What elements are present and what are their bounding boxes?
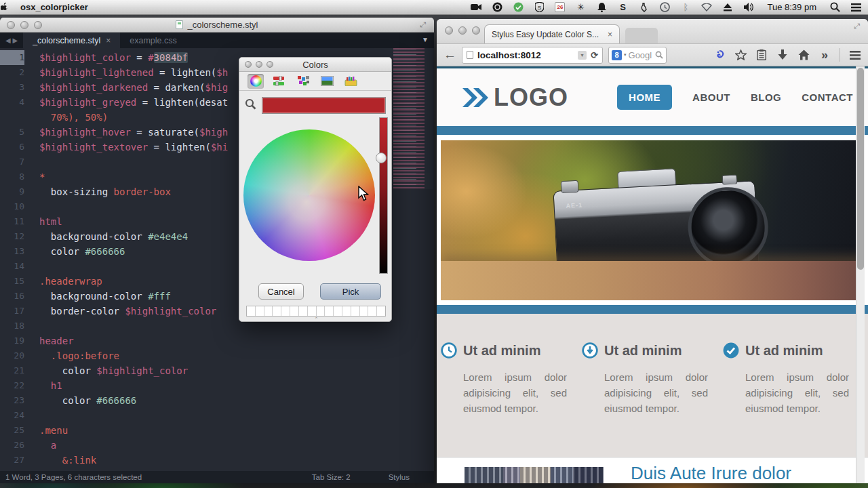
reload-icon[interactable]: ⟳: [591, 50, 598, 60]
editor-window-controls[interactable]: [7, 21, 42, 29]
code-line[interactable]: 20 .logo:before: [0, 348, 434, 363]
status-tab-size[interactable]: Tab Size: 2: [312, 473, 351, 481]
browser-window-controls[interactable]: [445, 26, 480, 35]
picker-window-controls[interactable]: [245, 61, 273, 68]
tab-example-css[interactable]: example.css: [120, 33, 186, 48]
menubar-clock[interactable]: Tue 8:39 pm: [767, 2, 816, 12]
zoom-window-button[interactable]: [34, 21, 42, 29]
menu-hamburger-icon[interactable]: [849, 49, 861, 61]
browser-tab[interactable]: Stylus Easy Update Color S... ×: [484, 24, 620, 43]
s-status-icon[interactable]: S: [617, 2, 628, 13]
site-logo[interactable]: LOGO: [461, 83, 568, 112]
swatch-cell[interactable]: [299, 306, 308, 316]
bookmark-dropdown-icon[interactable]: ▾: [578, 51, 587, 60]
swatch-cell[interactable]: [325, 306, 334, 316]
close-window-button[interactable]: [245, 61, 252, 68]
code-line[interactable]: 22 h1: [0, 378, 434, 393]
swatch-cell[interactable]: [256, 306, 264, 316]
swatch-cell[interactable]: [351, 306, 360, 316]
minimize-window-button[interactable]: [256, 61, 262, 68]
home-icon[interactable]: [797, 49, 810, 61]
close-window-button[interactable]: [7, 21, 15, 29]
code-line[interactable]: 24: [0, 408, 434, 423]
bookmark-star-icon[interactable]: [734, 49, 747, 61]
downloads-icon[interactable]: [776, 49, 789, 61]
tab-close-icon[interactable]: ×: [608, 30, 612, 39]
minimize-window-button[interactable]: [20, 21, 28, 29]
zoom-window-button[interactable]: [472, 26, 480, 35]
code-line[interactable]: 27 &:link: [0, 453, 434, 468]
pick-button[interactable]: Pick: [320, 283, 381, 300]
swatch-cell[interactable]: [290, 306, 299, 316]
time-machine-icon[interactable]: [659, 2, 670, 13]
tab-close-icon[interactable]: ×: [106, 36, 111, 45]
swatch-cell[interactable]: [264, 306, 273, 316]
wifi-icon[interactable]: [701, 2, 712, 13]
code-line[interactable]: 26 a: [0, 438, 434, 453]
tab-colorscheme[interactable]: _colorscheme.styl ×: [23, 33, 120, 48]
zoom-window-button[interactable]: [267, 61, 273, 68]
swatch-drawer-handle[interactable]: ⌃: [313, 318, 319, 321]
color-wheel[interactable]: [243, 129, 375, 261]
cancel-button[interactable]: Cancel: [258, 283, 304, 300]
editor-titlebar[interactable]: _colorscheme.styl ⤢: [0, 18, 434, 33]
bookmarks-sidebar-icon[interactable]: [755, 49, 768, 61]
code-line[interactable]: 25.menu: [0, 423, 434, 438]
swatch-cell[interactable]: [281, 306, 290, 316]
nav-contact[interactable]: CONTACT: [802, 92, 853, 103]
scrollbar-thumb[interactable]: [857, 68, 864, 270]
swatch-cell[interactable]: [342, 306, 351, 316]
bluetooth-icon[interactable]: ᛒ: [680, 2, 691, 13]
resize-icon[interactable]: ⤢: [854, 22, 863, 30]
dropbox-icon[interactable]: [513, 2, 524, 13]
back-button[interactable]: ←: [443, 47, 456, 62]
palettes-tab[interactable]: [295, 74, 311, 89]
swatch-cell[interactable]: [334, 306, 342, 316]
nav-blog[interactable]: BLOG: [751, 92, 781, 103]
new-tab-stub[interactable]: [625, 28, 658, 43]
engine-dropdown-caret[interactable]: ▾: [624, 52, 627, 58]
current-color-well[interactable]: [262, 97, 386, 114]
brightness-slider[interactable]: [379, 117, 388, 274]
apple-menu-icon[interactable]: [0, 2, 11, 13]
nav-home[interactable]: HOME: [617, 85, 672, 110]
swatch-cell[interactable]: [317, 306, 326, 316]
swatch-cell[interactable]: [247, 306, 256, 316]
eject-icon[interactable]: [722, 2, 733, 13]
crayons-tab[interactable]: [342, 74, 359, 89]
color-wheel-tab[interactable]: [248, 74, 264, 89]
nav-about[interactable]: ABOUT: [692, 92, 730, 103]
bell-icon[interactable]: [596, 2, 607, 13]
code-line[interactable]: 23 color #666666: [0, 393, 434, 408]
calendar-icon[interactable]: 26: [555, 2, 565, 12]
toolbar-overflow-icon[interactable]: »: [818, 49, 831, 61]
swatch-cell[interactable]: [308, 306, 317, 316]
magnifier-icon[interactable]: [245, 98, 256, 113]
sliders-tab[interactable]: [271, 74, 288, 89]
status-syntax[interactable]: Stylus: [389, 473, 410, 481]
picker-titlebar[interactable]: Colors: [239, 58, 391, 72]
tab-overflow-icon[interactable]: ▼: [422, 36, 429, 43]
swatch-cell[interactable]: [368, 306, 377, 316]
browser-titlebar[interactable]: Stylus Easy Update Color S... × ⤢: [437, 19, 868, 43]
menubar-app-name[interactable]: osx_colorpicker: [20, 2, 88, 12]
resize-icon[interactable]: ⤢: [420, 20, 429, 29]
shield-icon[interactable]: S: [534, 2, 545, 13]
close-window-button[interactable]: [445, 26, 453, 35]
browser-scrollbar[interactable]: [856, 66, 865, 483]
swatch-cell[interactable]: [273, 306, 281, 316]
brightness-slider-knob[interactable]: [376, 152, 387, 163]
spray-icon[interactable]: [638, 2, 649, 13]
url-bar[interactable]: localhost:8012 ▾ ⟳: [462, 47, 603, 64]
minimap[interactable]: [393, 48, 433, 189]
search-bar[interactable]: 8 ▾ Googl: [608, 47, 667, 64]
notification-center-icon[interactable]: [850, 2, 861, 13]
minimize-window-button[interactable]: [458, 26, 467, 35]
url-text[interactable]: localhost:8012: [477, 50, 574, 60]
creative-cloud-icon[interactable]: [492, 2, 502, 13]
volume-icon[interactable]: [743, 2, 754, 13]
video-camera-icon[interactable]: [471, 2, 481, 13]
snowflake-icon[interactable]: ✳: [575, 2, 586, 13]
image-palettes-tab[interactable]: [319, 74, 335, 89]
swatch-cell[interactable]: [360, 306, 369, 316]
